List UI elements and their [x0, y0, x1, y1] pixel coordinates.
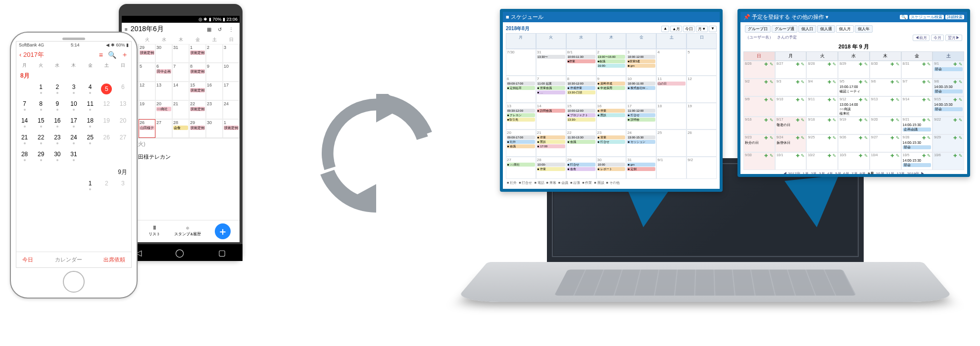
event-chip[interactable]: ■ プロジェクト: [567, 113, 595, 117]
month-link[interactable]: 7月: [851, 171, 857, 176]
calendar-cell[interactable]: 1010:00-11:00■ 株式会社W…: [626, 76, 656, 103]
event-chip[interactable]: ■ 面談: [597, 113, 626, 117]
calendar-day[interactable]: 17: [223, 82, 240, 100]
calendar-day[interactable]: 16: [49, 116, 65, 132]
month-link[interactable]: 6月: [843, 171, 849, 176]
event-line[interactable]: 14:00-15:30: [934, 85, 963, 89]
add-edit-icons[interactable]: ✚ ✎: [922, 135, 931, 140]
calendar-cell[interactable]: 8/110:00-11:30■作業: [566, 49, 596, 76]
calendar-cell[interactable]: 9/15✚ ✎14:00-15:30部会: [932, 96, 964, 117]
view-tab[interactable]: 個人年: [855, 25, 873, 33]
fab-add[interactable]: ＋: [215, 223, 231, 239]
calendar-day[interactable]: 25: [82, 132, 98, 149]
add-edit-icons[interactable]: ✚ ✎: [796, 97, 805, 102]
toolbar-button[interactable]: 詳細検索: [945, 15, 964, 19]
calendar-cell[interactable]: 9/6✚ ✎: [870, 79, 901, 96]
add-edit-icons[interactable]: ✚ ✎: [859, 97, 868, 102]
nav-button[interactable]: 今月: [931, 35, 944, 41]
calendar-cell[interactable]: 9/21✚ ✎14:00-15:30企画会議: [901, 117, 933, 134]
hamburger-icon[interactable]: ≡: [125, 27, 128, 32]
add-edit-icons[interactable]: ✚ ✎: [922, 62, 931, 67]
event-chip[interactable]: ○○商社: [156, 107, 171, 111]
calendar-cell[interactable]: 9/7✚ ✎: [901, 79, 933, 96]
event-chip[interactable]: ■会議: [597, 59, 626, 63]
add-edit-icons[interactable]: ✚ ✎: [953, 135, 963, 140]
event-chip[interactable]: ■作業: [567, 59, 595, 63]
calendar-cell[interactable]: 23■ 営業■ 打合せ: [596, 130, 627, 157]
calendar-cell[interactable]: 10/3✚ ✎: [838, 152, 870, 170]
event-chip[interactable]: ■ 株式会社W…: [627, 86, 655, 90]
calendar-day[interactable]: [98, 149, 115, 166]
nav-button[interactable]: 今日: [683, 26, 695, 32]
calendar-cell[interactable]: 11山の日: [656, 76, 686, 103]
calendar-cell[interactable]: 2810:00-■ 作業: [536, 157, 566, 179]
calendar-day[interactable]: 3: [65, 82, 82, 99]
add-edit-icons[interactable]: ✚ ✎: [764, 97, 774, 102]
calendar-day[interactable]: 31: [172, 44, 189, 63]
calendar-day[interactable]: 6: [115, 82, 131, 99]
add-edit-icons[interactable]: ✚ ✎: [859, 80, 868, 85]
event-chip[interactable]: ■ 説明会: [627, 118, 655, 122]
event-chip[interactable]: ■ 会食: [567, 167, 595, 171]
calendar-cell[interactable]: 9/2✚ ✎: [743, 79, 775, 96]
event-line[interactable]: 確認ミーティ: [839, 89, 868, 93]
calendar-cell[interactable]: 711:00 起案■ 営業会議■ …: [536, 76, 566, 103]
calendar-day[interactable]: 11: [82, 99, 98, 116]
add-edit-icons[interactable]: ✚ ✎: [764, 118, 774, 123]
calendar-day[interactable]: 27: [115, 132, 131, 149]
calendar-cell[interactable]: 9/27✚ ✎: [870, 134, 901, 152]
event-line[interactable]: 15:00-17:00: [839, 85, 868, 89]
event-chip[interactable]: 技術定例: [190, 88, 205, 92]
calendar-day[interactable]: 28: [16, 149, 33, 166]
calendar-cell[interactable]: 310:00-12:00■営業5連■ gm: [626, 49, 656, 76]
calendar-cell[interactable]: 10/6✚ ✎: [932, 152, 964, 170]
add-edit-icons[interactable]: ✚ ✎: [859, 62, 868, 67]
event-chip[interactable]: ■ 訪問会議: [537, 109, 565, 113]
add-edit-icons[interactable]: ✚ ✎: [796, 62, 805, 67]
calendar-cell[interactable]: 2413:00-15:30■ セッション: [626, 130, 656, 157]
month-link[interactable]: 8月: [860, 171, 866, 176]
event-chip[interactable]: ■ 営業会議: [537, 86, 565, 90]
nav-button[interactable]: ▲: [661, 26, 669, 32]
calendar-day[interactable]: 10: [223, 63, 240, 82]
calendar-cell[interactable]: 9/18✚ ✎: [806, 117, 838, 134]
calendar-cell[interactable]: 9/30✚ ✎: [743, 152, 775, 170]
calendar-day[interactable]: 1技術定例: [223, 119, 240, 138]
toolbar-button[interactable]: 🔍: [900, 15, 908, 19]
calendar-day[interactable]: 29技術定例: [189, 119, 206, 138]
add-edit-icons[interactable]: ✚ ✎: [796, 153, 805, 158]
calendar-day[interactable]: 30: [49, 149, 65, 166]
calendar-day[interactable]: 1技術定例: [189, 44, 206, 63]
calendar-day[interactable]: 24: [65, 132, 82, 149]
calendar-day[interactable]: 14: [16, 116, 33, 132]
event-chip[interactable]: 10:00-11:00: [627, 82, 655, 86]
calendar-day[interactable]: [16, 178, 33, 195]
event-chip[interactable]: ■ 定例起草: [507, 86, 535, 90]
calendar-day[interactable]: 20○○商社: [155, 100, 172, 119]
event-chip[interactable]: 13:30〜: [537, 55, 565, 59]
event-line[interactable]: 様来社: [839, 112, 868, 116]
add-edit-icons[interactable]: ✚ ✎: [859, 153, 868, 158]
add-edit-icons[interactable]: ✚ ✎: [796, 135, 805, 140]
calendar-cell[interactable]: 10/1✚ ✎: [775, 152, 807, 170]
nav-button[interactable]: ◀前月: [913, 35, 930, 41]
calendar-cell[interactable]: 9/29✚ ✎: [932, 134, 964, 152]
calendar-cell[interactable]: 9/8✚ ✎14:00-15:30部会: [932, 79, 964, 96]
calendar-day[interactable]: 22: [33, 132, 49, 149]
calendar-day[interactable]: 5: [98, 82, 115, 99]
calendar-day[interactable]: 17: [65, 116, 82, 132]
calendar-cell[interactable]: 12: [686, 76, 717, 103]
calendar-day[interactable]: 29: [33, 149, 49, 166]
add-edit-icons[interactable]: ✚ ✎: [953, 153, 963, 158]
calendar-cell[interactable]: 14■ 訪問会議: [536, 103, 566, 130]
add-edit-icons[interactable]: ✚ ✎: [953, 118, 963, 123]
event-chip[interactable]: 田中企画: [156, 69, 171, 74]
event-chip[interactable]: ■ レポート: [597, 167, 626, 171]
calendar-cell[interactable]: 7/30: [506, 49, 536, 76]
event-chip[interactable]: 11:00-12:00: [627, 109, 655, 113]
calendar-day[interactable]: 10: [65, 99, 82, 116]
calendar-cell[interactable]: 9/13✚ ✎: [870, 96, 901, 117]
calendar-cell[interactable]: 1711:00-12:00■ 打合せ■ 説明会: [626, 103, 656, 130]
calendar-cell[interactable]: 21■ 作業■ 面談■ 17:00: [536, 130, 566, 157]
event-line[interactable]: 14:00-15:30: [903, 159, 931, 163]
